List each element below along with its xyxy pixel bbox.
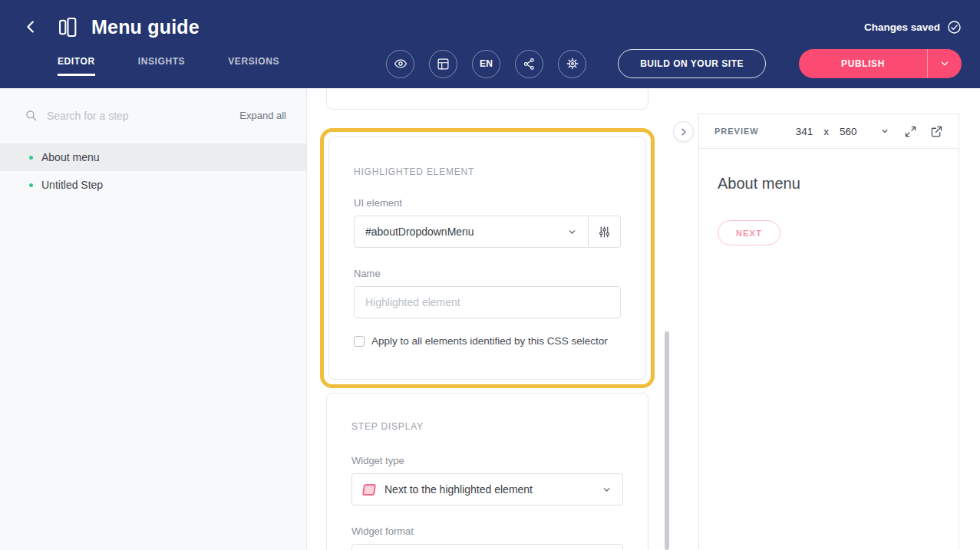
expand-all-link[interactable]: Expand all (239, 110, 286, 121)
share-button[interactable] (515, 50, 543, 78)
external-link-icon (930, 125, 943, 138)
preview-collapse-button[interactable] (673, 121, 694, 142)
header-action-icons: EN BUILD ON YOUR SITE PUBLISH (386, 49, 962, 78)
language-button[interactable]: EN (472, 50, 500, 78)
preview-header: PREVIEW 341 x 560 (699, 114, 959, 149)
preview-fullscreen-button[interactable] (904, 125, 917, 138)
step-status-dot (29, 183, 33, 187)
ui-element-label: UI element (354, 197, 621, 209)
layout-button[interactable] (429, 50, 457, 78)
element-settings-button[interactable] (589, 216, 621, 248)
step-label: Untitled Step (41, 179, 103, 191)
language-badge: EN (480, 58, 493, 69)
step-list: About menu Untitled Step (0, 143, 306, 199)
chevron-down-icon (602, 485, 612, 495)
step-item-about-menu[interactable]: About menu (0, 143, 306, 171)
preview-open-external-button[interactable] (930, 125, 943, 138)
step-search-input[interactable] (47, 110, 232, 122)
widget-type-value: Next to the highlighted element (384, 483, 602, 496)
preview-eye-button[interactable] (386, 50, 414, 78)
header-top-row: Menu guide Changes saved (0, 0, 980, 44)
apply-all-row: Apply to all elements identified by this… (354, 335, 621, 347)
step-display-card: STEP DISPLAY Widget type Next to the hig… (326, 393, 648, 550)
layout-icon (437, 58, 450, 71)
widget-type-icon (362, 484, 376, 496)
apply-all-checkbox[interactable] (354, 336, 365, 347)
status-text: Changes saved (864, 21, 940, 33)
name-label: Name (354, 268, 621, 279)
preview-size-dropdown[interactable]: 341 x 560 (796, 126, 889, 137)
changes-saved-status: Changes saved (864, 20, 962, 35)
widget-type-select[interactable]: Next to the highlighted element (351, 473, 623, 506)
preview-next-button[interactable]: NEXT (718, 220, 780, 245)
widget-format-label: Widget format (351, 525, 623, 537)
header-tab-row: EDITOR INSIGHTS VERSIONS EN (0, 44, 980, 83)
preview-size-separator: x (823, 126, 829, 137)
preview-content: About menu NEXT (699, 149, 959, 272)
preview-panel: PREVIEW 341 x 560 About menu NEXT (698, 114, 959, 550)
step-editor-column: HIGHLIGHTED ELEMENT UI element #aboutDro… (307, 88, 698, 550)
publish-dropdown-button[interactable] (927, 49, 962, 78)
ui-element-select[interactable]: #aboutDropdownMenu (354, 216, 589, 248)
tab-insights[interactable]: INSIGHTS (138, 56, 185, 76)
widget-type-label: Widget type (351, 455, 623, 466)
previous-card-partial (326, 88, 648, 110)
tab-editor[interactable]: EDITOR (58, 56, 95, 76)
step-label: About menu (41, 151, 100, 163)
ui-element-row: #aboutDropdownMenu (354, 216, 621, 248)
preview-title: PREVIEW (714, 127, 759, 136)
share-icon (523, 58, 536, 71)
page-title: Menu guide (91, 16, 200, 38)
step-item-untitled-step[interactable]: Untitled Step (0, 171, 306, 199)
build-on-your-site-button[interactable]: BUILD ON YOUR SITE (618, 49, 766, 78)
section-title: HIGHLIGHTED ELEMENT (354, 166, 621, 177)
publish-button-group: PUBLISH (799, 49, 962, 78)
name-input[interactable] (354, 286, 621, 318)
eye-icon (394, 57, 408, 71)
editor-scrollbar-thumb[interactable] (665, 331, 669, 550)
check-circle-icon (947, 20, 962, 35)
highlight-ring: HIGHLIGHTED ELEMENT UI element #aboutDro… (320, 128, 655, 388)
tab-versions[interactable]: VERSIONS (228, 56, 279, 76)
settings-button[interactable] (558, 50, 586, 78)
chevron-left-icon (23, 18, 40, 35)
gear-icon (566, 57, 579, 71)
widget-format-select[interactable] (351, 544, 623, 550)
publish-button[interactable]: PUBLISH (799, 49, 927, 78)
step-status-dot (29, 156, 33, 160)
search-icon (25, 109, 38, 122)
chevron-down-icon (939, 58, 950, 69)
ui-element-value: #aboutDropdownMenu (365, 226, 567, 238)
preview-height-value: 560 (840, 126, 857, 137)
preview-step-title: About menu (718, 175, 940, 193)
highlighted-element-card: HIGHLIGHTED ELEMENT UI element #aboutDro… (328, 137, 646, 380)
apply-all-label: Apply to all elements identified by this… (371, 335, 608, 347)
back-button[interactable] (20, 15, 43, 38)
preview-actions (904, 125, 943, 138)
chevron-down-icon (567, 227, 577, 237)
steps-sidebar: Expand all About menu Untitled Step (0, 88, 307, 550)
chevron-right-icon (678, 127, 689, 137)
step-search-row: Expand all (0, 88, 306, 134)
section-title: STEP DISPLAY (351, 421, 623, 432)
chevron-down-icon (880, 127, 889, 136)
sliders-icon (598, 226, 611, 239)
maximize-icon (904, 125, 917, 138)
app-logo-icon (58, 17, 79, 38)
preview-width-value: 341 (796, 126, 813, 137)
app-header: Menu guide Changes saved EDITOR INSIGHTS… (0, 0, 980, 88)
